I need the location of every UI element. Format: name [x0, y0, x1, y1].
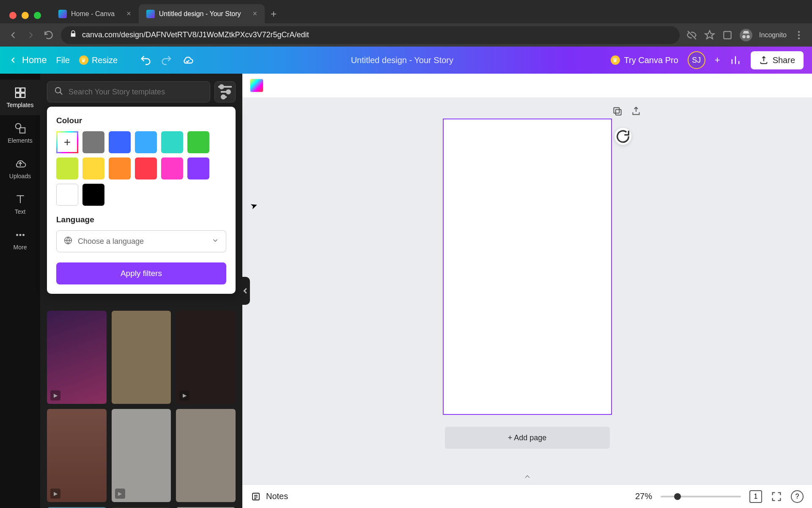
rail-label: Templates: [7, 102, 34, 108]
try-pro-button[interactable]: ♛ Try Canva Pro: [611, 55, 678, 65]
close-tab-icon[interactable]: ×: [253, 9, 258, 18]
canvas-scroll[interactable]: + Add page: [242, 97, 812, 484]
zoom-slider[interactable]: [661, 496, 741, 497]
rail-elements[interactable]: Elements: [0, 115, 40, 151]
colour-swatch[interactable]: [187, 157, 209, 179]
undo-button[interactable]: [140, 54, 151, 66]
svg-point-16: [220, 85, 223, 88]
apply-filters-button[interactable]: Apply filters: [56, 262, 226, 284]
main: Templates Elements Uploads Text More: [0, 74, 812, 508]
add-colour-swatch[interactable]: +: [56, 131, 78, 153]
share-page-icon[interactable]: [631, 106, 642, 117]
rail-label: Text: [15, 208, 26, 215]
back-button[interactable]: [8, 30, 19, 41]
template-thumbnail[interactable]: [176, 409, 236, 502]
template-thumbnail[interactable]: ▶: [47, 311, 107, 404]
design-page[interactable]: [443, 119, 612, 415]
search-box[interactable]: [47, 81, 210, 102]
search-icon: [54, 86, 63, 97]
cloud-sync-icon[interactable]: [182, 54, 194, 66]
scroll-up-icon[interactable]: [523, 472, 532, 483]
search-input[interactable]: [69, 88, 203, 97]
maximize-window-button[interactable]: [34, 12, 41, 19]
template-thumbnail[interactable]: ▶: [47, 409, 107, 502]
template-thumbnail[interactable]: ▶: [176, 311, 236, 404]
refresh-button[interactable]: [614, 128, 631, 145]
svg-rect-11: [19, 128, 25, 133]
svg-point-18: [222, 95, 225, 99]
eye-off-icon[interactable]: [686, 30, 697, 41]
search-row: [40, 74, 242, 110]
colour-swatch[interactable]: [187, 131, 209, 153]
star-icon[interactable]: [704, 30, 715, 41]
colour-swatch[interactable]: [161, 157, 183, 179]
language-select[interactable]: Choose a language: [56, 230, 226, 252]
address-bar[interactable]: canva.com/design/DAFNVetRTV8/J1WoMZtkPXc…: [61, 26, 680, 44]
add-page-button[interactable]: + Add page: [445, 427, 610, 449]
browser-tab[interactable]: Untitled design - Your Story ×: [139, 4, 265, 23]
notes-button[interactable]: Notes: [251, 491, 288, 502]
collapse-panel-button[interactable]: [241, 277, 250, 305]
svg-rect-9: [21, 93, 25, 97]
zoom-level[interactable]: 27%: [635, 491, 652, 501]
templates-panel: Colour + Language: [40, 74, 242, 508]
colour-swatch[interactable]: [109, 157, 131, 179]
colour-swatch[interactable]: [161, 131, 183, 153]
template-thumbnail[interactable]: ▶: [112, 409, 171, 502]
browser-tab[interactable]: Home - Canva ×: [51, 4, 139, 23]
insights-icon[interactable]: [730, 54, 741, 66]
close-tab-icon[interactable]: ×: [126, 9, 131, 18]
duplicate-page-icon[interactable]: [612, 106, 623, 117]
home-button[interactable]: Home: [8, 55, 47, 66]
rail-templates[interactable]: Templates: [0, 80, 40, 115]
share-button[interactable]: Share: [751, 51, 804, 69]
colour-swatch[interactable]: [109, 131, 131, 153]
reload-button[interactable]: [43, 30, 54, 41]
rail-uploads[interactable]: Uploads: [0, 151, 40, 186]
page-indicator[interactable]: 1: [749, 490, 762, 503]
template-grid: ▶ ▶ ▶ ▶: [40, 311, 242, 508]
new-tab-button[interactable]: +: [271, 8, 277, 20]
canvas-toolbar: [242, 74, 812, 97]
template-thumbnail[interactable]: [112, 311, 171, 404]
rail-text[interactable]: Text: [0, 186, 40, 222]
incognito-icon[interactable]: [740, 29, 752, 41]
text-icon: [14, 193, 27, 206]
design-title[interactable]: Untitled design - Your Story: [351, 55, 453, 65]
colour-swatch[interactable]: [82, 157, 104, 179]
user-avatar[interactable]: SJ: [688, 51, 705, 69]
colour-swatch[interactable]: [56, 157, 78, 179]
file-menu[interactable]: File: [56, 55, 70, 65]
svg-point-4: [798, 34, 800, 36]
favicon-icon: [58, 10, 67, 18]
favicon-icon: [146, 10, 155, 18]
resize-button[interactable]: ♛ Resize: [79, 55, 118, 65]
uploads-icon: [14, 157, 27, 170]
background-colour-button[interactable]: [250, 79, 263, 92]
colour-swatch[interactable]: [82, 131, 104, 153]
tab-title: Untitled design - Your Story: [159, 10, 241, 18]
play-icon: ▶: [50, 489, 60, 499]
svg-point-2: [746, 35, 750, 39]
colour-swatch[interactable]: [135, 157, 157, 179]
help-button[interactable]: ?: [791, 490, 804, 503]
add-member-button[interactable]: +: [715, 55, 720, 66]
zoom-slider-thumb[interactable]: [674, 493, 681, 500]
language-placeholder: Choose a language: [78, 237, 144, 246]
colour-swatch[interactable]: [135, 131, 157, 153]
try-pro-label: Try Canva Pro: [624, 55, 678, 65]
menu-icon[interactable]: [793, 30, 804, 41]
play-icon: ▶: [179, 390, 189, 400]
minimize-window-button[interactable]: [22, 12, 29, 19]
extension-icon[interactable]: [722, 30, 733, 41]
forward-button[interactable]: [25, 30, 36, 41]
close-window-button[interactable]: [9, 12, 16, 19]
url-text: canva.com/design/DAFNVetRTV8/J1WoMZtkPXc…: [82, 30, 309, 39]
rail-more[interactable]: More: [0, 222, 40, 257]
filter-button[interactable]: [214, 81, 236, 102]
colour-swatch[interactable]: [82, 184, 104, 206]
more-icon: [14, 229, 27, 241]
redo-button[interactable]: [161, 54, 173, 66]
fullscreen-icon[interactable]: [771, 491, 782, 502]
colour-swatch[interactable]: [56, 184, 78, 206]
